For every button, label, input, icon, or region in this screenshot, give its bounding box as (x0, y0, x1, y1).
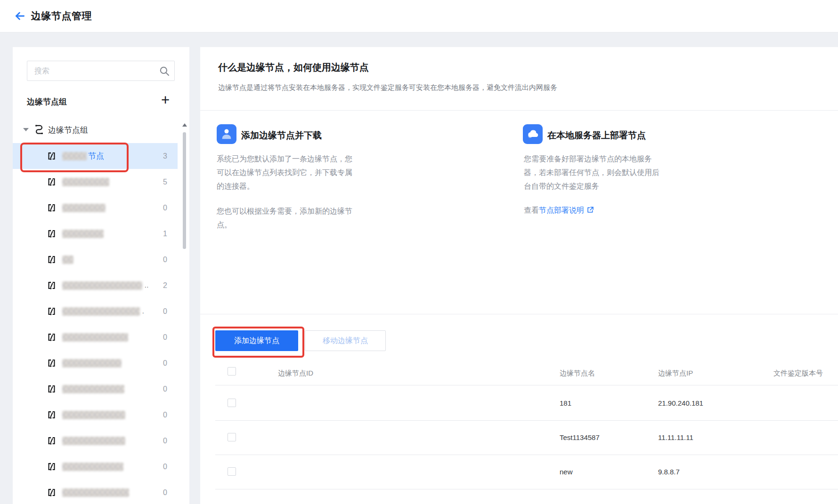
add-group-icon[interactable]: + (161, 93, 170, 107)
node-count-badge: 0 (163, 256, 167, 264)
search-icon[interactable] (159, 65, 170, 79)
redacted-node-name (62, 281, 142, 290)
node-count-badge: 0 (163, 359, 167, 368)
node-count-badge: 1 (163, 230, 167, 238)
cell-node-ip: 11.11.11.11 (658, 433, 693, 441)
intro-title: 什么是边缘节点，如何使用边缘节点 (218, 61, 369, 74)
node-group-icon (34, 123, 45, 136)
column-header-node-id: 边缘节点ID (278, 369, 313, 378)
row-checkbox[interactable] (228, 433, 236, 441)
select-all-checkbox[interactable] (228, 367, 236, 376)
node-count-badge: 0 (163, 437, 167, 445)
node-icon (47, 229, 57, 239)
sidebar-node-group-item[interactable]: 0 (13, 195, 178, 221)
node-count-badge: 0 (163, 463, 167, 471)
row-divider (215, 455, 838, 455)
sidebar-node-group-item[interactable]: .. 2 (13, 272, 178, 298)
card-add-paragraph-1: 系统已为您默认添加了一条边缘节点，您可以在边缘节点列表找到它，并下载专属的连接器… (217, 152, 354, 193)
row-checkbox[interactable] (228, 399, 236, 407)
redacted-node-name (62, 359, 122, 368)
node-group-root-label[interactable]: 边缘节点组 (48, 125, 88, 136)
node-icon (47, 384, 57, 394)
node-icon (47, 462, 57, 472)
sidebar-node-group-item[interactable]: 0 (13, 454, 178, 480)
deploy-doc-link[interactable]: 节点部署说明 (539, 206, 584, 214)
sidebar-node-group-item[interactable]: 5 (13, 169, 178, 195)
user-icon (217, 124, 236, 144)
redacted-node-name (62, 385, 124, 393)
search-box (27, 61, 175, 81)
scrollbar-up-arrow-icon[interactable] (182, 123, 187, 127)
cell-node-ip: 9.8.8.7 (658, 468, 680, 476)
node-icon (47, 488, 57, 497)
node-count-badge: 3 (163, 152, 167, 160)
row-divider (215, 489, 838, 489)
sidebar-node-group-item[interactable]: 节点 3 (13, 143, 178, 169)
sidebar-node-group-item[interactable]: 0 (13, 480, 178, 504)
node-icon (47, 151, 57, 161)
truncation-dots: . (142, 308, 145, 315)
back-arrow-icon[interactable] (13, 9, 26, 23)
node-icon (47, 410, 57, 420)
redacted-node-name (62, 256, 73, 264)
node-icon (47, 280, 57, 290)
node-icon (47, 255, 57, 264)
sidebar-node-group-item[interactable]: 0 (13, 428, 178, 454)
column-header-version: 文件鉴定版本号 (773, 369, 823, 378)
edge-node-management-page: 边缘节点管理 边缘节点组 + 边缘节点组 (0, 0, 838, 504)
row-checkbox[interactable] (228, 467, 236, 476)
node-icon (47, 332, 57, 342)
redacted-node-name (62, 307, 140, 316)
table-header-divider (215, 385, 838, 385)
node-group-section-title: 边缘节点组 (27, 96, 67, 107)
node-icon (47, 436, 57, 446)
truncation-dots: .. (145, 282, 149, 289)
redacted-node-name (62, 152, 87, 160)
sidebar-node-group-item[interactable]: 0 (13, 324, 178, 350)
deploy-doc-line: 查看节点部署说明 (524, 206, 594, 216)
sidebar-node-group-item[interactable]: 0 (13, 402, 178, 428)
page-title: 边缘节点管理 (31, 9, 92, 23)
card-add-title: 添加边缘节点并下载 (241, 129, 322, 142)
main-panel (200, 47, 838, 504)
cell-node-name: Test1134587 (560, 433, 600, 441)
node-count-badge: 0 (163, 307, 167, 316)
column-header-node-ip: 边缘节点IP (658, 369, 693, 378)
card-deploy-paragraph: 您需要准备好部署边缘节点的本地服务器，若未部署任何节点，则会默认使用后台自带的文… (524, 152, 661, 193)
redacted-node-name (62, 437, 125, 445)
sidebar-scrollbar-thumb[interactable] (183, 132, 186, 249)
node-icon (47, 306, 57, 316)
node-group-list: 节点 3 5 (13, 143, 178, 504)
sidebar-node-group-item[interactable]: 0 (13, 376, 178, 402)
external-link-icon[interactable] (586, 206, 594, 216)
card-add-paragraph-2: 您也可以根据业务需要，添加新的边缘节点。 (217, 204, 354, 232)
link-prefix: 查看 (524, 206, 539, 214)
move-edge-node-button[interactable]: 移动边缘节点 (305, 330, 386, 351)
node-count-badge: 0 (163, 411, 167, 419)
sidebar-node-group-item[interactable]: 0 (13, 350, 178, 376)
chevron-down-icon[interactable] (23, 128, 29, 131)
node-name-suffix: 节点 (88, 151, 104, 161)
redacted-node-name (62, 178, 109, 186)
node-icon (47, 203, 57, 213)
row-divider (215, 420, 838, 421)
sidebar-node-group-item[interactable]: . 0 (13, 298, 178, 324)
cell-node-name: new (560, 468, 573, 476)
cell-node-ip: 21.90.240.181 (658, 399, 703, 407)
cloud-icon (523, 124, 543, 144)
redacted-node-name (62, 488, 129, 497)
divider (200, 110, 838, 111)
sidebar-node-group-item[interactable]: 1 (13, 221, 178, 247)
redacted-node-name (62, 411, 125, 419)
sidebar-node-group-item[interactable]: 0 (13, 247, 178, 272)
redacted-node-name (62, 463, 123, 471)
add-edge-node-button[interactable]: 添加边缘节点 (215, 330, 298, 351)
node-count-badge: 5 (163, 178, 167, 186)
search-input[interactable] (33, 61, 158, 80)
node-count-badge: 2 (163, 281, 167, 290)
cell-node-name: 181 (560, 399, 571, 407)
redacted-node-name (62, 230, 104, 238)
node-count-badge: 0 (163, 488, 167, 497)
top-bar (0, 0, 838, 32)
card-deploy-title: 在本地服务器上部署节点 (547, 129, 646, 142)
